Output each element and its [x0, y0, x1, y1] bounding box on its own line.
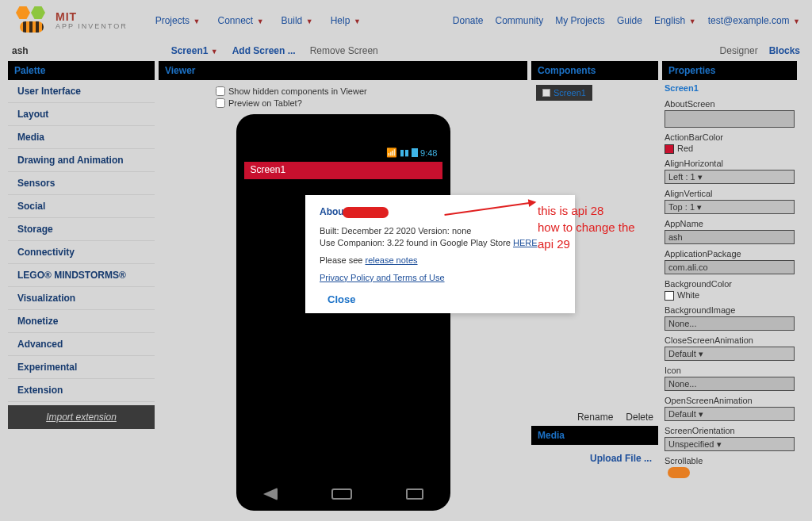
prop-appname[interactable]: ash	[665, 230, 795, 244]
color-swatch[interactable]	[665, 291, 674, 301]
properties-panel: Properties Screen1 AboutScreenActionBarC…	[662, 61, 797, 521]
prop-label-applicationpackage: ApplicationPackage	[665, 249, 795, 259]
remove-screen-button[interactable]: Remove Screen	[310, 45, 378, 56]
preview-tablet-checkbox[interactable]	[216, 98, 225, 108]
battery-icon	[412, 148, 418, 157]
palette-user-interface[interactable]: User Interface	[8, 80, 155, 103]
show-hidden-label: Show hidden components in Viewer	[228, 86, 367, 96]
prop-applicationpackage[interactable]: com.ali.co	[665, 260, 795, 274]
menu-test-example-com[interactable]: test@example.com ▼	[708, 15, 800, 26]
app-bar: Screen1	[244, 162, 442, 179]
add-screen-button[interactable]: Add Screen ...	[232, 45, 296, 56]
properties-header: Properties	[662, 61, 797, 80]
prop-label-aboutscreen: AboutScreen	[665, 99, 795, 109]
prop-label-alignvertical: AlignVertical	[665, 189, 795, 198]
menu-left: Projects ▼Connect ▼Build ▼Help ▼	[155, 15, 361, 26]
upload-file-button[interactable]: Upload File ...	[531, 445, 658, 472]
menu-donate[interactable]: Donate	[453, 15, 484, 26]
prop-alignvertical[interactable]: Top : 1 ▾	[665, 200, 795, 214]
palette-lego-mindstorms-[interactable]: LEGO® MINDSTORMS®	[8, 264, 155, 287]
palette-panel: Palette User InterfaceLayoutMediaDrawing…	[8, 61, 155, 521]
recent-icon[interactable]	[406, 488, 423, 500]
palette-layout[interactable]: Layout	[8, 103, 155, 126]
screen-dropdown[interactable]: Screen1 ▼	[171, 45, 218, 56]
screen-icon	[542, 89, 550, 97]
media-header: Media	[531, 426, 658, 445]
palette-connectivity[interactable]: Connectivity	[8, 241, 155, 264]
palette-storage[interactable]: Storage	[8, 218, 155, 241]
here-link[interactable]: HERE	[513, 238, 538, 247]
rename-button[interactable]: Rename	[577, 412, 613, 423]
prop-label-screenorientation: ScreenOrientation	[665, 426, 795, 435]
color-swatch[interactable]	[665, 144, 674, 154]
about-dialog: Abou Built: December 22 2020 Version: no…	[305, 195, 575, 313]
menu-help[interactable]: Help ▼	[331, 15, 361, 26]
logo-subtitle: APP INVENTOR	[56, 22, 128, 30]
menu-guide[interactable]: Guide	[617, 15, 642, 26]
close-button[interactable]: Close	[327, 293, 561, 305]
menu-projects[interactable]: Projects ▼	[155, 15, 201, 26]
palette-extension[interactable]: Extension	[8, 379, 155, 402]
palette-advanced[interactable]: Advanced	[8, 333, 155, 356]
components-header: Components	[531, 61, 658, 80]
prop-label-alignhorizontal: AlignHorizontal	[665, 159, 795, 168]
viewer-header: Viewer	[159, 61, 527, 80]
prop-closescreenanimation[interactable]: Default ▾	[665, 347, 795, 361]
palette-visualization[interactable]: Visualization	[8, 287, 155, 310]
menu-connect[interactable]: Connect ▼	[217, 15, 263, 26]
menu-my-projects[interactable]: My Projects	[555, 15, 605, 26]
prop-label-actionbarcolor: ActionBarColor	[665, 132, 795, 142]
import-extension[interactable]: Import extension	[8, 405, 155, 429]
component-screen1[interactable]: Screen1	[536, 85, 592, 101]
palette-list: User InterfaceLayoutMediaDrawing and Ani…	[8, 80, 155, 402]
properties-screen: Screen1	[665, 83, 795, 93]
prop-label-backgroundimage: BackgroundImage	[665, 305, 795, 315]
nav-buttons	[236, 482, 450, 506]
dialog-built: Built: December 22 2020 Version: none	[320, 226, 561, 236]
preview-tablet-label: Preview on Tablet?	[228, 98, 302, 108]
menu-english[interactable]: English ▼	[654, 15, 696, 26]
menu-build[interactable]: Build ▼	[282, 15, 313, 26]
logo-icon	[12, 6, 52, 34]
designer-tab[interactable]: Designer	[720, 45, 758, 56]
wifi-icon: 📶	[386, 147, 397, 158]
blocks-tab[interactable]: Blocks	[769, 45, 800, 56]
home-icon[interactable]	[331, 488, 352, 500]
top-bar: MIT APP INVENTOR Projects ▼Connect ▼Buil…	[0, 0, 812, 37]
sub-bar: ash Screen1 ▼ Add Screen ... Remove Scre…	[0, 37, 812, 61]
palette-header: Palette	[8, 61, 155, 80]
logo-title: MIT	[56, 11, 128, 22]
menu-community[interactable]: Community	[496, 15, 544, 26]
delete-button[interactable]: Delete	[626, 412, 653, 423]
palette-monetize[interactable]: Monetize	[8, 310, 155, 333]
dialog-companion: Use Companion: 3.22 found in Google Play…	[320, 238, 561, 247]
prop-alignhorizontal[interactable]: Left : 1 ▾	[665, 170, 795, 184]
palette-drawing-and-animation[interactable]: Drawing and Animation	[8, 149, 155, 172]
prop-backgroundimage[interactable]: None...	[665, 316, 795, 331]
annotation-text: this is api 28 how to change the api 29	[538, 202, 635, 252]
prop-screenorientation[interactable]: Unspecified ▾	[665, 437, 795, 451]
clock: 9:48	[420, 148, 437, 158]
palette-media[interactable]: Media	[8, 126, 155, 149]
prop-label-scrollable: Scrollable	[665, 456, 795, 465]
prop-label-appname: AppName	[665, 219, 795, 228]
prop-scrollable[interactable]	[668, 467, 690, 478]
palette-sensors[interactable]: Sensors	[8, 172, 155, 195]
redaction	[343, 207, 389, 218]
menu-right: DonateCommunityMy ProjectsGuideEnglish ▼…	[453, 15, 800, 26]
back-icon[interactable]	[263, 488, 278, 500]
palette-social[interactable]: Social	[8, 195, 155, 218]
dialog-title: Abou	[320, 206, 561, 218]
prop-icon[interactable]: None...	[665, 377, 795, 391]
palette-experimental[interactable]: Experimental	[8, 356, 155, 379]
logo[interactable]: MIT APP INVENTOR	[12, 6, 128, 34]
properties-list: AboutScreenActionBarColorRedAlignHorizon…	[665, 99, 795, 480]
show-hidden-checkbox[interactable]	[216, 86, 225, 96]
prop-aboutscreen[interactable]	[665, 110, 795, 128]
prop-label-openscreenanimation: OpenScreenAnimation	[665, 396, 795, 405]
signal-icon: ▮▮	[400, 147, 409, 158]
privacy-link[interactable]: Privacy Policy and Terms of Use	[320, 273, 445, 282]
prop-openscreenanimation[interactable]: Default ▾	[665, 407, 795, 421]
prop-label-closescreenanimation: CloseScreenAnimation	[665, 335, 795, 345]
release-notes-link[interactable]: release notes	[365, 255, 417, 265]
